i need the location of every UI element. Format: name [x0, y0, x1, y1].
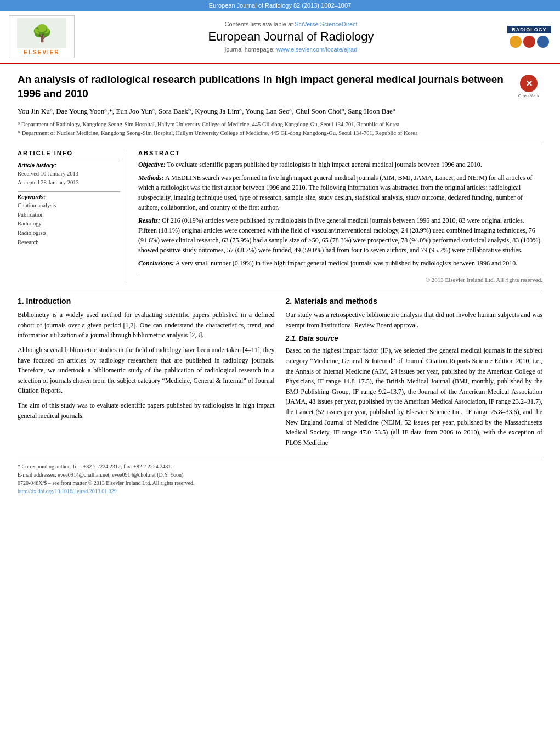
crossmark-label: CrossMark [518, 93, 540, 98]
crossmark-badge: ✕ CrossMark [515, 75, 542, 98]
radiology-badge: RADIOLOGY [507, 26, 551, 48]
authors-text: You Jin Kuᵃ, Dae Young Yoonᵃ,*, Eun Joo … [18, 107, 395, 115]
license-note: 0720-048X/$ – see front matter © 2013 El… [18, 479, 542, 487]
objective-text: To evaluate scientific papers published … [167, 161, 482, 168]
datasource-number: 2.1. [286, 335, 297, 342]
contents-prefix: Contents lists available at [224, 21, 295, 27]
circle-red [523, 36, 535, 48]
badge-circles [507, 36, 551, 48]
authors-line: You Jin Kuᵃ, Dae Young Yoonᵃ,*, Eun Joo … [18, 106, 542, 117]
keyword-publication: Publication [18, 211, 120, 220]
methods-title: 2. Materials and methods [286, 297, 543, 306]
abstract-objective: Objective: To evaluate scientific papers… [138, 160, 542, 169]
keywords-section: Keywords: Citation analysis Publication … [18, 194, 120, 247]
page-wrapper: European Journal of Radiology 82 (2013) … [0, 0, 560, 504]
history-section: Article history: Received 10 January 201… [18, 162, 120, 187]
article-info-column: ARTICLE INFO Article history: Received 1… [18, 150, 127, 283]
journal-header: 🌳 ELSEVIER Contents lists available at S… [0, 11, 560, 64]
circle-blue [537, 36, 549, 48]
article-title: An analysis of radiological research pub… [18, 72, 506, 100]
homepage-prefix: journal homepage: [225, 46, 276, 53]
body-section: 1. Introduction Bibliometry is a widely … [18, 297, 542, 452]
divider-info-1 [18, 160, 120, 160]
abstract-header: ABSTRACT [138, 150, 542, 156]
results-text: Of 216 (0.19%) articles were published b… [138, 217, 540, 254]
homepage-line: journal homepage: www.elsevier.com/locat… [83, 46, 499, 53]
sciverse-link[interactable]: SciVerse ScienceDirect [295, 21, 357, 27]
doi-line: http://dx.doi.org/10.1016/j.ejrad.2013.0… [18, 487, 542, 495]
abstract-text: Objective: To evaluate scientific papers… [138, 160, 542, 268]
divider-info-2 [18, 191, 120, 192]
affiliations: ᵃ Department of Radiology, Kangdong Seon… [18, 120, 542, 138]
received-date: Received 10 January 2013 [18, 169, 120, 178]
article-title-section: An analysis of radiological research pub… [18, 72, 542, 100]
article-info-abstract: ARTICLE INFO Article history: Received 1… [18, 150, 542, 283]
conclusions-text: A very small number (0.19%) in five high… [176, 259, 518, 267]
divider-1 [18, 144, 542, 144]
accepted-date: Accepted 28 January 2013 [18, 178, 120, 187]
intro-title: 1. Introduction [18, 297, 275, 306]
elsevier-tree-icon: 🌳 [17, 18, 66, 48]
abstract-column: ABSTRACT Objective: To evaluate scientif… [138, 150, 542, 283]
contents-available-line: Contents lists available at SciVerse Sci… [83, 21, 499, 27]
affiliation-a: ᵃ Department of Radiology, Kangdong Seon… [18, 120, 542, 129]
intro-title-text: Introduction [26, 297, 71, 306]
methods-column: 2. Materials and methods Our study was a… [286, 297, 543, 452]
circle-orange [510, 36, 522, 48]
corresponding-author-note: * Corresponding author. Tel.: +82 2 2224… [18, 462, 542, 471]
intro-para1: Bibliometry is a widely used method for … [18, 310, 275, 341]
keywords-label: Keywords: [18, 194, 120, 200]
top-bar: European Journal of Radiology 82 (2013) … [0, 0, 560, 11]
journal-title-center: Contents lists available at SciVerse Sci… [83, 21, 499, 53]
homepage-link[interactable]: www.elsevier.com/locate/ejrad [276, 46, 357, 53]
main-content: An analysis of radiological research pub… [0, 64, 560, 504]
intro-para2: Although several bibliometric studies in… [18, 345, 275, 396]
methods-para2: Based on the highest impact factor (IF),… [286, 346, 543, 448]
keyword-citation: Citation analysis [18, 201, 120, 211]
email-note: E-mail addresses: evee0914@challian.net,… [18, 471, 542, 479]
affiliation-b: ᵇ Department of Nuclear Medicine, Kangdo… [18, 129, 542, 138]
footer-notes: * Corresponding author. Tel.: +82 2 2224… [18, 459, 542, 495]
elsevier-logo: 🌳 ELSEVIER [9, 15, 75, 58]
keyword-research: Research [18, 238, 120, 247]
intro-column: 1. Introduction Bibliometry is a widely … [18, 297, 275, 452]
license-text: 0720-048X/$ – see front matter © 2013 El… [18, 480, 195, 486]
methods-title-text: Materials and methods [294, 297, 377, 306]
radiology-badge-label: RADIOLOGY [507, 26, 551, 33]
journal-issue-info: European Journal of Radiology 82 (2013) … [209, 2, 351, 9]
results-label: Results: [138, 217, 160, 224]
methods-label: Methods: [138, 174, 164, 182]
intro-number: 1. [18, 297, 24, 306]
methods-number: 2. [286, 297, 292, 306]
elsevier-brand: ELSEVIER [24, 49, 59, 55]
keyword-radiology: Radiology [18, 219, 120, 229]
crossmark-icon: ✕ [520, 75, 538, 92]
intro-para3: The aim of this study was to evaluate sc… [18, 400, 275, 421]
history-label: Article history: [18, 162, 120, 168]
methods-text: A MEDLINE search was performed in five h… [138, 174, 533, 211]
datasource-title-text: Data source [299, 335, 338, 342]
article-info-header: ARTICLE INFO [18, 150, 120, 156]
conclusions-label: Conclusions: [138, 259, 174, 267]
datasource-title: 2.1. Data source [286, 335, 543, 342]
abstract-results: Results: Of 216 (0.19%) articles were pu… [138, 216, 542, 255]
journal-main-title: European Journal of Radiology [83, 30, 499, 44]
abstract-conclusions: Conclusions: A very small number (0.19%)… [138, 258, 542, 268]
copyright-line: © 2013 Elsevier Ireland Ltd. All rights … [138, 273, 542, 283]
divider-2 [18, 290, 542, 290]
doi-link[interactable]: http://dx.doi.org/10.1016/j.ejrad.2013.0… [18, 488, 117, 494]
keyword-radiologists: Radiologists [18, 229, 120, 238]
abstract-methods: Methods: A MEDLINE search was performed … [138, 173, 542, 212]
objective-label: Objective: [138, 161, 166, 168]
methods-para1: Our study was a retrospective bibliometr… [286, 310, 543, 330]
